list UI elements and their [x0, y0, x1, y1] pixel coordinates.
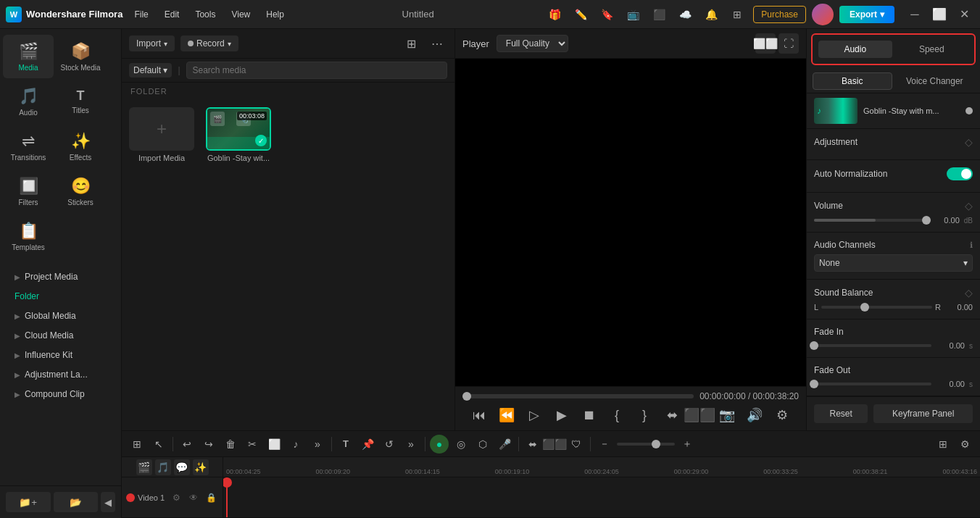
undo-button[interactable]: ↩: [178, 435, 196, 454]
tab-speed[interactable]: Speed: [895, 41, 969, 58]
tree-item-project-media[interactable]: ▶ Project Media: [3, 267, 118, 286]
snapshot-button[interactable]: 📷: [716, 404, 738, 426]
playhead-indicator[interactable]: [126, 493, 135, 502]
filter-button[interactable]: ⊞: [401, 33, 421, 54]
video1-mute-button[interactable]: 👁: [186, 490, 201, 505]
import-button[interactable]: Import ▾: [129, 35, 175, 51]
grid-icon[interactable]: ⊞: [727, 4, 747, 25]
sidebar-item-titles[interactable]: T Titles: [55, 80, 106, 123]
default-select[interactable]: Default ▾: [129, 63, 172, 78]
tree-item-adjustment[interactable]: ▶ Adjustment La...: [3, 365, 118, 384]
tree-item-cloud-media[interactable]: ▶ Cloud Media: [3, 326, 118, 345]
sound-balance-diamond-icon[interactable]: ◇: [965, 287, 973, 298]
video1-track-content[interactable]: [223, 477, 980, 517]
tree-item-compound-clip[interactable]: ▶ Compound Clip: [3, 385, 118, 404]
purchase-button[interactable]: Purchase: [753, 6, 806, 23]
fade-in-slider-thumb[interactable]: [810, 341, 818, 350]
more-options-button[interactable]: ⋯: [427, 33, 447, 54]
multi-view-button[interactable]: ⬛⬛: [689, 404, 710, 426]
zoom-out-button[interactable]: －: [595, 435, 614, 454]
adjustment-diamond-icon[interactable]: ◇: [965, 136, 973, 148]
reset-button[interactable]: Reset: [814, 404, 868, 423]
new-folder-button[interactable]: 📂: [54, 492, 99, 512]
sidebar-item-stock-media[interactable]: 📦 Stock Media: [55, 35, 106, 78]
stop-button[interactable]: ⏹: [578, 404, 600, 426]
redo-button[interactable]: ↪: [199, 435, 218, 454]
insert-button[interactable]: ⬌: [661, 404, 683, 426]
scrub-thumb[interactable]: [462, 392, 471, 401]
mute-button[interactable]: 🔊: [744, 404, 765, 426]
audio-channels-dropdown[interactable]: None ▾: [814, 254, 973, 272]
video1-lock-button[interactable]: 🔒: [204, 490, 218, 505]
fade-out-slider[interactable]: [814, 383, 931, 385]
screen2-icon[interactable]: ⬛: [649, 4, 669, 25]
volume-slider[interactable]: [814, 219, 926, 222]
media-thumbnail-goblin[interactable]: 🎬 📎 00:03:08 ✓: [206, 107, 271, 151]
volume-diamond-icon[interactable]: ◇: [965, 200, 973, 212]
play-forward-button[interactable]: ▷: [523, 404, 545, 426]
user-avatar[interactable]: [812, 4, 834, 25]
grid-tl-button[interactable]: ⊞: [934, 435, 952, 454]
record-tl-button[interactable]: ●: [430, 435, 449, 454]
export-button[interactable]: Export ▾: [839, 6, 894, 23]
import-media-add[interactable]: +: [129, 107, 194, 151]
add-effect-track-button[interactable]: ✨: [193, 459, 209, 475]
minimize-button[interactable]: ─: [905, 4, 925, 25]
add-subtitle-track-button[interactable]: 💬: [174, 459, 190, 475]
menu-tools[interactable]: Tools: [188, 7, 223, 22]
mark-button[interactable]: 📌: [358, 435, 377, 454]
sidebar-item-effects[interactable]: ✨ Effects: [55, 125, 106, 168]
list-item[interactable]: + Import Media: [129, 107, 194, 162]
text-button[interactable]: T: [336, 435, 355, 454]
split2-button[interactable]: ⬌: [523, 435, 542, 454]
zoom-in-button[interactable]: ＋: [678, 435, 697, 454]
menu-file[interactable]: File: [127, 7, 155, 22]
snapshot2-button[interactable]: ◎: [452, 435, 470, 454]
collapse-sidebar-button[interactable]: ◀: [101, 492, 115, 512]
audio-adjust-button[interactable]: ♪: [286, 435, 305, 454]
sidebar-item-filters[interactable]: 🔲 Filters: [3, 170, 54, 213]
timeline-add-track-button[interactable]: ⊞: [128, 435, 146, 454]
zoom-slider-thumb[interactable]: [652, 440, 660, 448]
sidebar-item-transitions[interactable]: ⇌ Transitions: [3, 125, 54, 168]
mark-in-button[interactable]: {: [606, 404, 628, 426]
quality-select[interactable]: Full Quality: [497, 35, 568, 52]
screen-icon[interactable]: 📺: [623, 4, 643, 25]
mark-out-button[interactable]: }: [634, 404, 655, 426]
subtab-voice-changer[interactable]: Voice Changer: [895, 72, 975, 90]
video1-settings-button[interactable]: ⚙: [169, 490, 183, 505]
voice-button[interactable]: 🎤: [495, 435, 514, 454]
play-button[interactable]: ▶: [551, 404, 573, 426]
cloud-icon[interactable]: ☁️: [675, 4, 695, 25]
sidebar-item-templates[interactable]: 📋 Templates: [3, 214, 54, 258]
add-video-track-button[interactable]: 🎬: [136, 459, 152, 475]
volume-slider-thumb[interactable]: [922, 216, 931, 225]
settings-button[interactable]: ⚙: [771, 404, 793, 426]
maximize-button[interactable]: ⬜: [929, 4, 950, 25]
add-audio-track-button[interactable]: 🎵: [155, 459, 171, 475]
zoom-slider[interactable]: [617, 443, 675, 446]
tree-item-global-media[interactable]: ▶ Global Media: [3, 306, 118, 325]
menu-view[interactable]: View: [224, 7, 257, 22]
fade-out-slider-thumb[interactable]: [810, 380, 818, 388]
menu-edit[interactable]: Edit: [157, 7, 187, 22]
record-button[interactable]: Record ▾: [180, 35, 238, 51]
shield-button[interactable]: 🛡: [567, 435, 586, 454]
gift-icon[interactable]: 🎁: [544, 4, 565, 25]
add-folder-button[interactable]: 📁+: [6, 492, 51, 512]
menu-help[interactable]: Help: [259, 7, 291, 22]
delete-button[interactable]: 🗑: [221, 435, 240, 454]
audio-channels-info-icon[interactable]: ℹ: [970, 241, 973, 250]
auto-normalization-toggle[interactable]: [947, 167, 973, 180]
close-button[interactable]: ✕: [954, 4, 974, 25]
fade-in-slider[interactable]: [814, 344, 931, 347]
settings-tl-button[interactable]: ⚙: [955, 435, 974, 454]
more2-button[interactable]: »: [402, 435, 420, 454]
timeline-cursor-button[interactable]: ↖: [149, 435, 168, 454]
undo2-button[interactable]: ↺: [380, 435, 399, 454]
tree-item-influence-kit[interactable]: ▶ Influence Kit: [3, 346, 118, 364]
more-tl-button[interactable]: »: [308, 435, 327, 454]
pen-icon[interactable]: ✏️: [570, 4, 591, 25]
list-item[interactable]: 🎬 📎 00:03:08 ✓ Goblin -Stay wit...: [206, 107, 271, 162]
keyframe-panel-button[interactable]: Keyframe Panel: [873, 404, 973, 423]
